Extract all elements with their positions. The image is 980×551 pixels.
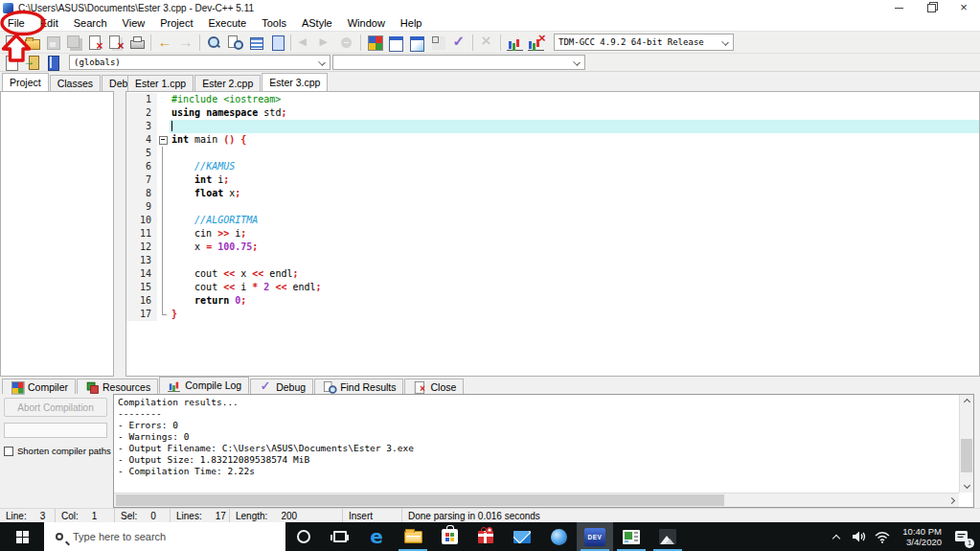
globals-select[interactable]: (globals) xyxy=(69,55,330,70)
menu-search[interactable]: Search xyxy=(66,16,115,30)
network-button[interactable] xyxy=(871,522,894,551)
bottom-tab-compile-log[interactable]: Compile Log xyxy=(159,377,249,394)
members-select[interactable] xyxy=(332,55,585,70)
taskbar-mail[interactable] xyxy=(504,522,540,551)
code-line-10[interactable]: 10 //ALGORITMA xyxy=(126,214,979,227)
code-line-8[interactable]: 8 float x; xyxy=(126,187,979,200)
bottom-tab-resources[interactable]: Resources xyxy=(77,379,158,394)
delete-profiling-button[interactable] xyxy=(525,33,546,53)
taskbar-dev-cpp[interactable]: DEV xyxy=(577,522,613,551)
editor-tab-ester-1-cpp[interactable]: Ester 1.cpp xyxy=(127,75,194,91)
taskbar-browser-circle[interactable] xyxy=(540,522,577,551)
bottom-tab-debug[interactable]: Debug xyxy=(250,379,313,394)
code-line-12[interactable]: 12 x = 100.75; xyxy=(126,241,979,254)
menu-window[interactable]: Window xyxy=(340,16,393,30)
compiler-select[interactable]: TDM-GCC 4.9.2 64-bit Release xyxy=(554,34,734,51)
code-line-4[interactable]: 4int main () { xyxy=(126,133,979,147)
start-button[interactable] xyxy=(0,522,44,551)
editor-tab-ester-3-cpp[interactable]: Ester 3.cpp xyxy=(262,73,328,91)
fold-marker[interactable] xyxy=(157,133,170,147)
minimize-button[interactable] xyxy=(882,0,915,15)
taskbar-microsoft-store[interactable] xyxy=(431,522,467,551)
menu-astyle[interactable]: AStyle xyxy=(294,16,340,30)
goto-bookmark-button[interactable] xyxy=(42,55,63,71)
compile-and-run-button[interactable] xyxy=(406,33,427,53)
scroll-right-icon[interactable] xyxy=(949,497,956,504)
find-button[interactable] xyxy=(203,33,224,53)
print-button[interactable] xyxy=(126,33,148,53)
menu-help[interactable]: Help xyxy=(393,16,430,30)
editor-tab-ester-2-cpp[interactable]: Ester 2.cpp xyxy=(194,75,261,91)
hscroll-thumb[interactable] xyxy=(116,494,724,506)
taskbar-task-view[interactable] xyxy=(322,522,358,551)
code-line-1[interactable]: 1#include <iostream> xyxy=(126,93,979,106)
undo-button[interactable] xyxy=(154,33,175,53)
close-file-button[interactable] xyxy=(84,33,105,53)
code-line-9[interactable]: 9 xyxy=(126,200,979,214)
goto-line-button[interactable] xyxy=(266,33,287,53)
action-center-button[interactable]: 1 xyxy=(947,522,976,551)
compile-log-vscrollbar[interactable] xyxy=(959,395,973,493)
fold-marker xyxy=(157,160,170,173)
system-tray: 10:40 PM 3/4/2020 1 xyxy=(825,522,980,551)
code-editor[interactable]: 1#include <iostream>2using namespace std… xyxy=(125,91,980,377)
menu-edit[interactable]: Edit xyxy=(33,16,66,30)
open-file-button[interactable] xyxy=(21,33,42,53)
syntax-check-button[interactable] xyxy=(448,33,469,53)
code-line-17[interactable]: 17} xyxy=(126,308,979,321)
taskbar-gift-app[interactable] xyxy=(467,522,504,551)
code-line-3[interactable]: 3 xyxy=(126,120,979,133)
taskbar-search[interactable]: Type here to search xyxy=(44,522,285,551)
menu-file[interactable]: File xyxy=(0,16,33,30)
profile-button[interactable] xyxy=(504,33,525,53)
code-line-15[interactable]: 15 cout << i * 2 << endl; xyxy=(126,281,979,294)
new-source-button[interactable] xyxy=(0,33,21,53)
menu-tools[interactable]: Tools xyxy=(254,16,294,30)
code-line-13[interactable]: 13 xyxy=(126,254,979,267)
code-line-7[interactable]: 7 int i; xyxy=(126,173,979,187)
run-button[interactable] xyxy=(385,33,406,53)
shorten-paths-checkbox[interactable] xyxy=(4,447,13,456)
vscroll-thumb[interactable] xyxy=(961,439,972,472)
taskbar-file-explorer[interactable] xyxy=(395,522,431,551)
code-text xyxy=(170,147,979,160)
taskbar-cortana[interactable] xyxy=(285,522,322,551)
compile-log-hscrollbar[interactable] xyxy=(114,493,959,507)
bottom-tab-close[interactable]: Close xyxy=(404,379,464,394)
scroll-up-icon[interactable] xyxy=(964,398,970,404)
code-line-5[interactable]: 5 xyxy=(126,147,979,160)
volume-button[interactable] xyxy=(848,522,871,551)
code-line-2[interactable]: 2using namespace std; xyxy=(126,106,979,120)
compile-button[interactable] xyxy=(364,33,385,53)
restore-button[interactable] xyxy=(915,0,947,15)
find-in-files-button[interactable] xyxy=(224,33,245,53)
panel-tab-classes[interactable]: Classes xyxy=(50,75,101,91)
code-line-14[interactable]: 14 cout << x << endl; xyxy=(126,267,979,281)
code-line-16[interactable]: 16 return 0; xyxy=(126,294,979,308)
toggle-bookmark-button[interactable] xyxy=(21,55,42,71)
insert-snippet-button[interactable] xyxy=(0,55,21,71)
token-pl: cout xyxy=(171,268,223,279)
scroll-down-icon[interactable] xyxy=(964,483,970,490)
close-all-button[interactable] xyxy=(105,33,126,53)
project-panel-body[interactable] xyxy=(0,91,114,377)
taskbar-green-window-app[interactable] xyxy=(613,522,650,551)
clock[interactable]: 10:40 PM 3/4/2020 xyxy=(894,526,947,547)
replace-button[interactable] xyxy=(245,33,266,53)
bottom-tab-compiler[interactable]: Compiler xyxy=(2,379,76,394)
taskbar-photos[interactable] xyxy=(650,522,686,551)
shorten-paths-checkbox-row[interactable]: Shorten compiler paths xyxy=(4,446,109,456)
abort-compilation-button[interactable]: Abort Compilation xyxy=(4,398,107,417)
menu-view[interactable]: View xyxy=(115,16,153,30)
tray-expand-button[interactable] xyxy=(825,522,848,551)
panel-tab-project[interactable]: Project xyxy=(2,73,49,91)
menu-execute[interactable]: Execute xyxy=(200,16,254,30)
code-line-6[interactable]: 6 //KAMUS xyxy=(126,160,979,173)
code-line-11[interactable]: 11 cin >> i; xyxy=(126,227,979,241)
bottom-tab-find-results[interactable]: Find Results xyxy=(314,379,403,394)
rebuild-all-button[interactable] xyxy=(427,33,448,53)
panel-splitter[interactable] xyxy=(114,72,125,377)
menu-project[interactable]: Project xyxy=(152,16,200,30)
taskbar-edge[interactable]: e xyxy=(358,522,395,551)
close-button[interactable] xyxy=(947,0,980,15)
